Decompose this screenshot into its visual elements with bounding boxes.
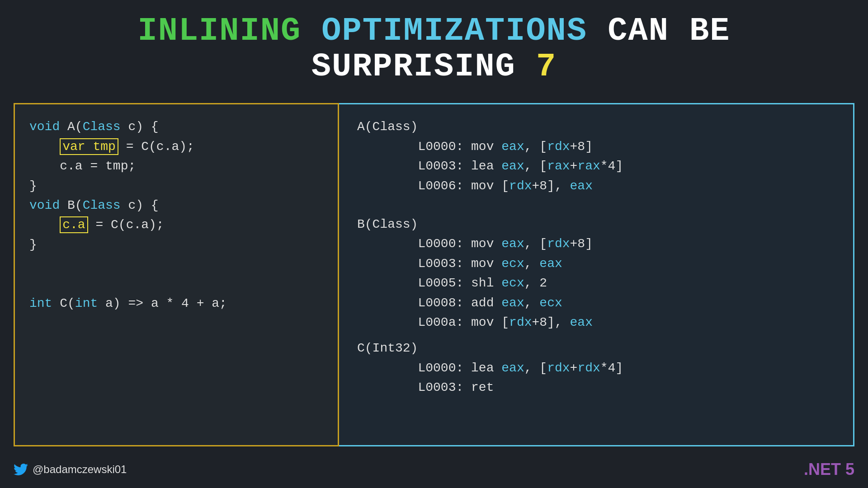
var-tmp-highlight: var tmp [60, 138, 118, 155]
twitter-handle-text: @badamczewski01 [33, 463, 127, 476]
asm-c-line2: L0003: ret [357, 378, 835, 397]
title-line1: INLINING OPTIMIZATIONS CAN BE [18, 14, 850, 49]
asm-section-a: A(Class) L0000: mov eax, [rdx+8] L0003: … [357, 117, 835, 196]
asm-b-line3: L0005: shl ecx, 2 [357, 273, 835, 293]
footer: @badamczewski01 .NET 5 [14, 460, 854, 479]
asm-b-line2: L0003: mov ecx, eax [357, 254, 835, 273]
title-word-inlining: INLINING [137, 13, 301, 50]
title-word-7: 7 [536, 48, 557, 85]
asm-section-b: B(Class) L0000: mov eax, [rdx+8] L0003: … [357, 215, 835, 332]
asm-section-c: C(Int32) L0000: lea eax, [rdx+rdx*4] L00… [357, 338, 835, 397]
twitter-handle: @badamczewski01 [14, 462, 127, 477]
asm-label-b: B(Class) [357, 215, 835, 234]
asm-b-line4: L0008: add eax, ecx [357, 293, 835, 313]
asm-label-a: A(Class) [357, 117, 835, 136]
asm-a-line2: L0003: lea eax, [rax+rax*4] [357, 156, 835, 176]
panels-container: void A(Class c) { var tmp = C(c.a); c.a … [14, 103, 854, 446]
asm-c-line1: L0000: lea eax, [rdx+rdx*4] [357, 358, 835, 378]
title-word-surprising: SURPRISING [311, 48, 516, 85]
asm-a-line1: L0000: mov eax, [rdx+8] [357, 137, 835, 156]
dotnet-label: .NET 5 [804, 460, 854, 479]
asm-b-line5: L000a: mov [rdx+8], eax [357, 313, 835, 332]
right-panel: A(Class) L0000: mov eax, [rdx+8] L0003: … [339, 103, 854, 446]
asm-label-c: C(Int32) [357, 338, 835, 358]
ca-highlight: c.a [60, 216, 88, 233]
title-area: INLINING OPTIMIZATIONS CAN BE SURPRISING… [0, 0, 868, 94]
title-word-can-be: CAN BE [608, 13, 730, 50]
left-panel: void A(Class c) { var tmp = C(c.a); c.a … [14, 103, 339, 446]
code-block-left: void A(Class c) { var tmp = C(c.a); c.a … [29, 117, 323, 313]
asm-a-line3: L0006: mov [rdx+8], eax [357, 176, 835, 196]
dotnet-badge: .NET 5 [804, 460, 854, 479]
asm-b-line1: L0000: mov eax, [rdx+8] [357, 234, 835, 253]
twitter-icon [14, 462, 28, 477]
title-line2: SURPRISING 7 [18, 49, 850, 85]
title-word-optimizations: OPTIMIZATIONS [321, 13, 587, 50]
